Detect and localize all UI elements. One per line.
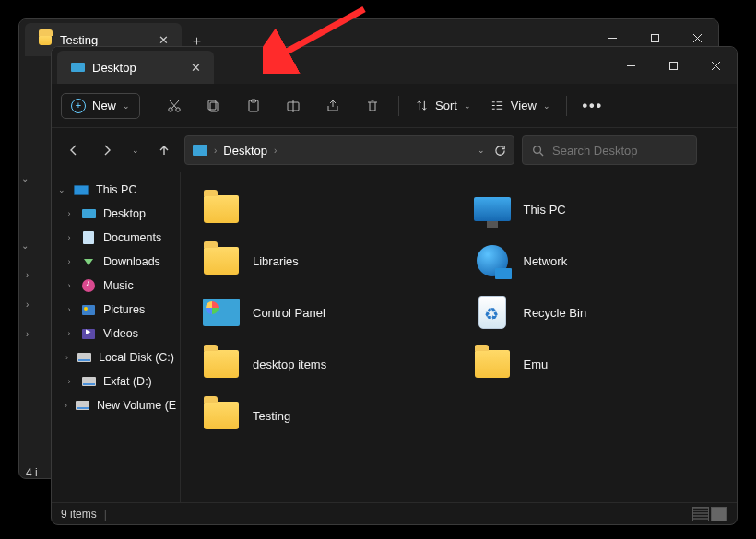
sidebar-item-pictures[interactable]: ›Pictures [52, 298, 180, 322]
chevron-right-icon[interactable]: › [65, 233, 74, 242]
tab-label: Testing [60, 33, 98, 47]
up-button[interactable] [151, 137, 177, 163]
more-button[interactable]: ••• [574, 90, 611, 122]
sidebar-item-label: Videos [103, 327, 138, 340]
file-item[interactable] [197, 183, 450, 235]
rename-button[interactable] [275, 90, 312, 122]
globe-icon [472, 240, 513, 281]
sidebar-item-documents[interactable]: ›Documents [52, 226, 180, 250]
content-pane[interactable]: This PCLibrariesNetworkControl PanelRecy… [181, 172, 737, 502]
search-box[interactable] [522, 135, 697, 165]
back-sidebar-caret[interactable]: › [26, 329, 29, 339]
paste-button[interactable] [235, 90, 272, 122]
maximize-button[interactable] [652, 47, 694, 84]
tab-desktop[interactable]: Desktop ✕ [57, 51, 214, 84]
file-item[interactable]: Network [468, 235, 721, 287]
back-sidebar-caret[interactable]: ⌄ [21, 173, 29, 183]
back-button[interactable] [61, 137, 87, 163]
file-label: Network [524, 254, 568, 268]
copy-button[interactable] [195, 90, 232, 122]
back-sidebar-caret[interactable]: › [26, 270, 29, 280]
desktop-icon [193, 145, 207, 156]
folder-icon [472, 344, 513, 384]
sidebar: ⌄ This PC ›Desktop›Documents›Downloads›M… [52, 172, 181, 502]
file-item[interactable]: Control Panel [197, 287, 450, 338]
file-item[interactable]: Testing [197, 390, 450, 441]
chevron-right-icon[interactable]: › [65, 305, 74, 314]
file-label: Control Panel [253, 306, 325, 320]
recent-button[interactable]: ⌄ [127, 137, 144, 163]
file-label: Testing [253, 409, 290, 423]
chevron-right-icon[interactable]: › [65, 377, 74, 386]
sidebar-item-desktop[interactable]: ›Desktop [52, 202, 180, 226]
sidebar-root-label: This PC [96, 183, 136, 196]
sort-icon [415, 99, 429, 112]
monitor-icon [472, 189, 513, 229]
back-sidebar-caret[interactable]: ⌄ [21, 240, 29, 251]
status-count: 9 items [61, 508, 97, 521]
svg-rect-5 [669, 62, 677, 69]
file-label: Recycle Bin [524, 306, 587, 320]
delete-button[interactable] [354, 90, 391, 122]
chevron-right-icon[interactable]: › [65, 353, 69, 362]
folder-icon [201, 189, 242, 229]
file-label: This PC [524, 203, 566, 217]
file-item[interactable]: Libraries [197, 235, 450, 287]
toolbar: + New ⌄ Sort ⌄ View ⌄ ••• [52, 84, 737, 128]
file-item[interactable]: Recycle Bin [468, 287, 721, 338]
refresh-icon[interactable] [494, 145, 506, 157]
sidebar-item-music[interactable]: ›Music [52, 274, 180, 298]
search-input[interactable] [552, 144, 687, 158]
details-view-button[interactable] [692, 507, 709, 521]
breadcrumb-location[interactable]: Desktop [223, 144, 267, 158]
file-item[interactable]: Emu [468, 338, 721, 390]
sidebar-item-label: Pictures [103, 303, 145, 316]
sort-label: Sort [435, 99, 457, 112]
minimize-button[interactable] [609, 47, 652, 84]
sidebar-item-label: Documents [103, 231, 161, 244]
chevron-right-icon[interactable]: › [65, 329, 74, 338]
search-icon [532, 145, 544, 157]
view-button[interactable]: View ⌄ [482, 94, 559, 117]
chevron-right-icon[interactable]: › [65, 401, 67, 410]
sort-button[interactable]: Sort ⌄ [407, 94, 479, 117]
sidebar-item-label: Local Disk (C:) [99, 351, 174, 364]
back-sidebar-caret[interactable]: › [26, 299, 29, 310]
chevron-right-icon[interactable]: › [65, 209, 74, 218]
sidebar-item-local-disk-c-[interactable]: ›Local Disk (C:) [52, 346, 180, 369]
share-button[interactable] [314, 90, 351, 122]
sidebar-item-downloads[interactable]: ›Downloads [52, 250, 180, 274]
chevron-down-icon[interactable]: ⌄ [478, 146, 485, 155]
folder-icon [201, 344, 242, 384]
back-status-text: 4 i [18, 463, 45, 482]
forward-button[interactable] [94, 137, 120, 163]
svg-rect-1 [651, 34, 658, 41]
sidebar-item-label: Music [103, 279, 134, 292]
icons-view-button[interactable] [711, 507, 727, 521]
folder-icon [201, 240, 242, 281]
chevron-right-icon[interactable]: › [65, 281, 74, 290]
new-button[interactable]: + New ⌄ [61, 93, 140, 119]
close-window-button[interactable] [694, 47, 737, 84]
file-label: Libraries [253, 254, 299, 268]
sidebar-item-new-volume-e[interactable]: ›New Volume (E [52, 393, 180, 417]
file-item[interactable]: This PC [468, 183, 721, 235]
sidebar-item-videos[interactable]: ›Videos [52, 322, 180, 346]
sidebar-item-this-pc[interactable]: ⌄ This PC [52, 178, 180, 202]
status-bar: 9 items | [52, 502, 737, 524]
close-tab-icon[interactable]: ✕ [159, 33, 169, 47]
chevron-down-icon[interactable]: ⌄ [57, 185, 66, 194]
disk-icon [75, 398, 89, 413]
chevron-down-icon: ⌄ [543, 101, 550, 111]
close-tab-icon[interactable]: ✕ [191, 61, 201, 75]
sidebar-item-exfat-d-[interactable]: ›Exfat (D:) [52, 369, 180, 393]
music-icon [81, 278, 96, 293]
pc-icon [74, 182, 89, 197]
chevron-down-icon: ⌄ [123, 101, 130, 111]
file-item[interactable]: desktop items [197, 338, 450, 390]
chevron-right-icon[interactable]: › [65, 257, 74, 266]
cut-button[interactable] [156, 90, 193, 122]
disk-icon [77, 350, 91, 365]
folder-icon [201, 395, 242, 436]
address-bar[interactable]: › Desktop › ⌄ [184, 135, 514, 165]
